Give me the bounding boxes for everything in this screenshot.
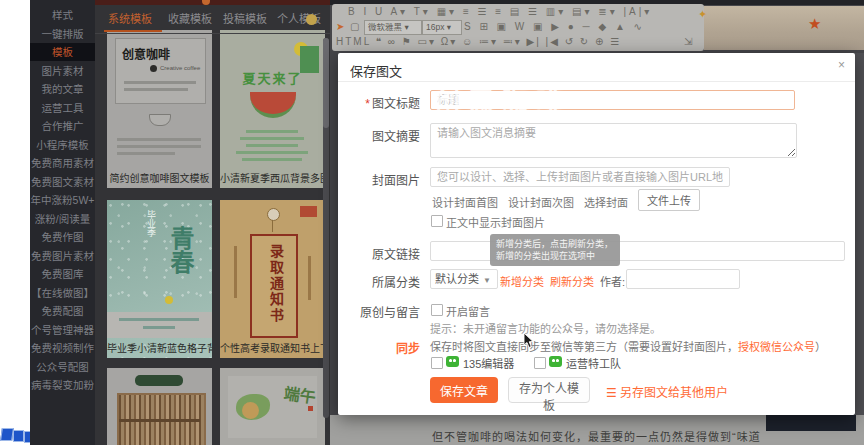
chevron-down-icon: ▼ <box>483 276 491 285</box>
card-art: 创意咖啡 Creative coffee <box>115 38 206 104</box>
sidebar-item-free-video[interactable]: 免费视频制作 <box>30 339 95 357</box>
template-card-admission[interactable]: 录取通知书 个性高考录取通知书上下滑 <box>220 200 325 358</box>
original-comment-label: 原创与留言 <box>338 303 420 320</box>
hint-text: 提示：未开通留言功能的公众号，请勿选择是。 <box>430 320 661 336</box>
wechat-icon <box>446 356 459 367</box>
font-size-select[interactable]: 16px ▾ <box>422 20 462 35</box>
sidebar-item-free-commercial[interactable]: 免费商用素材 <box>30 154 95 172</box>
font-family-select[interactable]: 微软雅黑 ▾ <box>364 20 422 35</box>
sun-dot-icon <box>165 296 173 304</box>
editor-toolbar: B I U A▾ T▾ ▦▾ ≡ ☰ ≡ ▤ ☰ ▥▾ ▤▾ ≣▾ |A|▾ ➤… <box>332 4 704 51</box>
sync-team-label: 运营特工队 <box>566 355 621 371</box>
toolbar-row-2[interactable]: S ⊞ ▣ W ▣ ▶ ● ─ ◆ ▲ ∿ <box>464 21 645 32</box>
sidebar-item-cooperation[interactable]: 合作推广 <box>30 117 95 135</box>
toolbar-row-3[interactable]: HTML ❝ ∞ ⚑ ▭▾ Ω▾ ☺ ≔▾ ≕▾ ▶| |◀ ↺ ↻ ⊕ ☰ <box>336 36 621 47</box>
add-category-link[interactable]: 新增分类 <box>500 273 544 289</box>
toolbar-row-1[interactable]: B I U A▾ T▾ ▦▾ ≡ ☰ ≡ ▤ ☰ ▥▾ ▤▾ ≣▾ |A|▾ <box>348 6 652 17</box>
author-input[interactable] <box>626 269 740 289</box>
sync-label: 同步 <box>338 339 420 356</box>
refresh-category-link[interactable]: 刷新分类 <box>550 273 594 289</box>
panel-top-strip <box>95 0 330 5</box>
card-caption: 个性高考录取通知书上下滑 <box>220 340 325 355</box>
starfish-icon: ✦ <box>698 8 707 21</box>
sidebar-item-free-illustration[interactable]: 免费配图 <box>30 302 95 320</box>
category-value: 默认分类 <box>435 273 479 285</box>
coffee-cup-sketch <box>149 114 171 126</box>
card-art: 端午 <box>228 376 317 438</box>
tab-favorite-templates[interactable]: 收藏模板 <box>168 10 212 26</box>
card-caption: 小清新夏季西瓜背景多图文 <box>220 170 325 185</box>
sidebar-item-style[interactable]: 样式 <box>30 6 95 24</box>
tab-divider <box>95 33 330 34</box>
modal-title: 保存图文 <box>350 61 402 80</box>
badge-icon <box>135 375 183 386</box>
sync-135-checkbox[interactable] <box>431 357 443 369</box>
sidebar-item-official-images[interactable]: 公众号配图 <box>30 358 95 376</box>
close-icon[interactable]: × <box>838 58 845 72</box>
template-card-graduation[interactable]: 毕业季 青春 毕业季小清新蓝色格子背景 <box>107 200 212 358</box>
sidebar-item-fans-reads[interactable]: 涨粉/阅读量 <box>30 210 95 228</box>
envelope-string <box>272 220 273 232</box>
sidebar-item-online-design[interactable]: 【在线做图】 <box>30 284 95 302</box>
sync-text-end: ） <box>815 341 826 353</box>
sidebar-item-images[interactable]: 图片素材 <box>30 62 95 80</box>
sidebar-item-free-photos[interactable]: 免费图片素材 <box>30 247 95 265</box>
authorize-wechat-link[interactable]: 授权微信公众号 <box>738 341 815 353</box>
seal-icon <box>308 406 313 411</box>
new-doc-icon[interactable]: ▢ <box>350 21 359 32</box>
sync-team-checkbox[interactable] <box>534 357 546 369</box>
sidebar-item-account-manager[interactable]: 个号管理神器 <box>30 321 95 339</box>
sidebar-item-templates[interactable]: 模板 <box>30 43 95 61</box>
sidebar-item-free-drawing[interactable]: 免费作图 <box>30 228 95 246</box>
send-icon[interactable]: ➤ <box>336 21 344 32</box>
template-card-coffee[interactable]: 创意咖啡 Creative coffee 简约创意咖啡图文模板 <box>107 30 212 188</box>
summary-textarea[interactable] <box>430 123 797 158</box>
panel-scrollbar-thumb[interactable] <box>323 38 329 128</box>
card-caption: 毕业季小清新蓝色格子背景 <box>107 340 212 355</box>
sync-description: 保存时将图文直接同步至微信等第三方（需要设置好封面图片，授权微信公众号） <box>430 338 826 354</box>
category-select[interactable]: 默认分类▼ <box>430 269 498 289</box>
title-input[interactable] <box>430 90 795 110</box>
sync-text: 保存时将图文直接同步至微信等第三方（需要设置好封面图片， <box>430 341 738 353</box>
template-card-duanwu[interactable]: 端午 <box>220 368 325 445</box>
enable-comment-label: 开启留言 <box>446 303 490 319</box>
modal-divider <box>338 81 855 82</box>
tab-system-templates[interactable]: 系统模板 <box>108 10 152 26</box>
watermark-logo <box>0 428 14 441</box>
card-subtitle: 毕业季 <box>145 210 158 237</box>
save-article-modal: 保存图文 × *图文标题 创意咖啡 图文摘要 封面图片 设计封面首图 设计封面次… <box>338 53 855 415</box>
save-as-personal-template-button[interactable]: 存为个人模板 <box>508 377 590 403</box>
beach-banner-image: ★ ✦ <box>704 6 864 50</box>
sidebar-item-my-articles[interactable]: 我的文章 <box>30 80 95 98</box>
sidebar-item-free-gallery[interactable]: 免费图库 <box>30 265 95 283</box>
template-card-bookshelf[interactable] <box>107 368 212 445</box>
sidebar-item-miniprogram[interactable]: 小程序模板 <box>30 136 95 154</box>
sidebar-item-fans-5w[interactable]: 年中涨粉5W+ <box>30 191 95 209</box>
zongzi-icon <box>242 402 259 419</box>
font-size-value: 16px <box>426 22 444 32</box>
bookshelf-image <box>117 393 206 445</box>
card-caption: 简约创意咖啡图文模板 <box>107 170 212 185</box>
design-cover-first-button[interactable]: 设计封面首图 <box>432 194 498 210</box>
cover-label: 封面图片 <box>338 171 420 188</box>
save-article-button[interactable]: 保存文章 <box>430 377 498 403</box>
fullscreen-icon[interactable]: ⇲ <box>684 36 692 47</box>
cover-url-input[interactable] <box>430 167 730 187</box>
show-cover-checkbox[interactable] <box>431 215 443 227</box>
stamp-icon <box>300 206 317 217</box>
sidebar-item-tools[interactable]: 运营工具 <box>30 99 95 117</box>
source-link-label: 原文链接 <box>338 245 420 262</box>
file-upload-button[interactable]: 文件上传 <box>638 189 700 211</box>
save-for-other-user-link[interactable]: ☰ 另存图文给其他用户 <box>606 383 728 400</box>
card-title: 端午 <box>282 380 317 408</box>
design-cover-second-button[interactable]: 设计封面次图 <box>508 194 574 210</box>
tab-submitted-templates[interactable]: 投稿模板 <box>223 10 267 26</box>
enable-comment-checkbox[interactable] <box>431 304 443 316</box>
sidebar-item-viral-fans[interactable]: 病毒裂变加粉 <box>30 376 95 394</box>
sidebar-item-free-material[interactable]: 免费图文素材 <box>30 173 95 191</box>
watermelon-icon <box>250 92 296 118</box>
coffee-logo-icon <box>150 65 157 72</box>
card-art: 录取通知书 <box>250 234 298 338</box>
choose-cover-button[interactable]: 选择封面 <box>584 194 628 210</box>
sidebar-item-one-key[interactable]: 一键排版 <box>30 25 95 43</box>
